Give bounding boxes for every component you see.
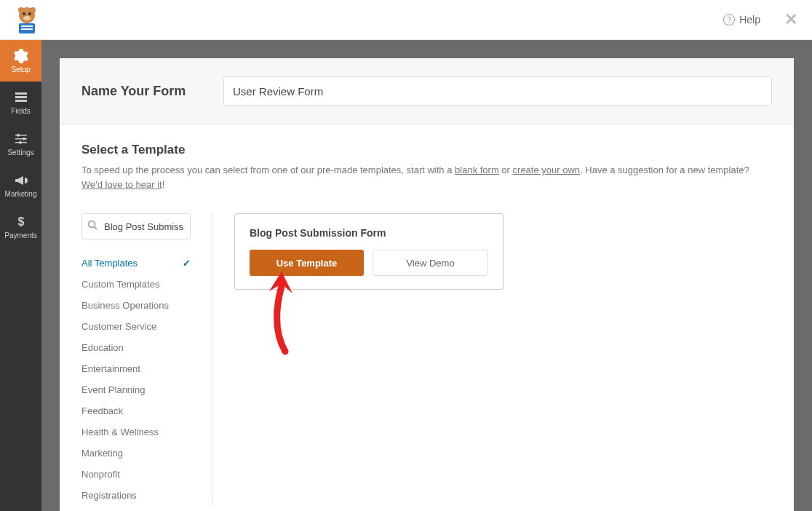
name-section: Name Your Form: [60, 58, 794, 124]
sidebar-item-label: Setup: [11, 66, 30, 74]
sidebar-item-label: Fields: [11, 107, 31, 115]
topbar: ? Help ✕: [0, 0, 812, 40]
sidebar-item-marketing[interactable]: Marketing: [0, 165, 41, 206]
workspace: Name Your Form Select a Template To spee…: [41, 40, 812, 511]
check-icon: ✓: [183, 258, 191, 269]
svg-point-5: [23, 16, 31, 20]
dollar-icon: $: [14, 215, 28, 229]
use-template-button[interactable]: Use Template: [250, 250, 364, 276]
sidebar-item-label: Marketing: [5, 190, 37, 198]
category-marketing[interactable]: Marketing: [81, 443, 191, 464]
svg-point-19: [89, 221, 95, 228]
help-icon: ?: [723, 14, 735, 25]
search-icon: [87, 220, 97, 233]
template-description: To speed up the process you can select f…: [81, 163, 772, 191]
svg-text:$: $: [17, 215, 24, 228]
svg-point-2: [30, 7, 36, 13]
category-nonprofit[interactable]: Nonprofit: [81, 464, 191, 485]
sidebar-item-label: Settings: [7, 148, 33, 157]
blank-form-link[interactable]: blank form: [455, 165, 499, 175]
template-card: Blog Post Submission Form Use Template V…: [234, 213, 503, 290]
category-custom-templates[interactable]: Custom Templates: [81, 274, 191, 295]
category-business-operations[interactable]: Business Operations: [81, 295, 191, 316]
svg-rect-8: [21, 28, 33, 30]
template-search-input[interactable]: [81, 213, 191, 239]
main-panel: Name Your Form Select a Template To spee…: [60, 58, 794, 511]
category-feedback[interactable]: Feedback: [81, 400, 191, 421]
svg-point-15: [23, 137, 25, 140]
template-section: Select a Template To speed up the proces…: [60, 124, 794, 511]
category-list: All Templates ✓ Custom Templates Busines…: [81, 253, 191, 506]
svg-point-3: [23, 12, 25, 15]
category-health-wellness[interactable]: Health & Wellness: [81, 421, 191, 443]
template-results: Blog Post Submission Form Use Template V…: [212, 213, 772, 506]
svg-line-20: [95, 227, 97, 230]
form-name-input[interactable]: [223, 76, 772, 106]
template-sidebar: All Templates ✓ Custom Templates Busines…: [81, 213, 212, 506]
svg-point-17: [19, 140, 22, 143]
sidebar-item-payments[interactable]: $ Payments: [0, 206, 41, 247]
gear-icon: [14, 49, 28, 63]
sidebar-item-label: Payments: [4, 231, 36, 239]
help-button[interactable]: ? Help: [717, 10, 766, 29]
svg-rect-7: [21, 25, 33, 27]
category-event-planning[interactable]: Event Planning: [81, 379, 191, 400]
create-own-link[interactable]: create your own: [513, 165, 581, 175]
suggestion-link[interactable]: We'd love to hear it: [81, 179, 162, 190]
sidebar-item-fields[interactable]: Fields: [0, 82, 41, 123]
svg-rect-9: [15, 92, 27, 95]
list-icon: [14, 90, 28, 105]
app-logo: [11, 4, 43, 36]
sidebar-item-setup[interactable]: Setup: [0, 40, 41, 82]
category-all-templates[interactable]: All Templates ✓: [81, 253, 191, 274]
svg-rect-11: [15, 100, 27, 102]
name-label: Name Your Form: [81, 84, 223, 99]
svg-rect-10: [15, 96, 27, 98]
sidebar-item-settings[interactable]: Settings: [0, 123, 41, 165]
template-card-title: Blog Post Submission Form: [250, 227, 488, 239]
category-customer-service[interactable]: Customer Service: [81, 316, 191, 337]
close-button[interactable]: ✕: [781, 7, 801, 33]
template-heading: Select a Template: [81, 143, 772, 157]
help-label: Help: [739, 14, 760, 25]
sidebar: Setup Fields Settings Marketing: [0, 40, 41, 511]
category-entertainment[interactable]: Entertainment: [81, 358, 191, 379]
view-demo-button[interactable]: View Demo: [373, 250, 488, 276]
sliders-icon: [14, 132, 28, 146]
category-registrations[interactable]: Registrations: [81, 485, 191, 506]
svg-point-4: [28, 12, 31, 15]
megaphone-icon: [14, 173, 28, 188]
category-education[interactable]: Education: [81, 337, 191, 358]
svg-point-1: [18, 7, 24, 13]
svg-point-13: [17, 133, 20, 136]
